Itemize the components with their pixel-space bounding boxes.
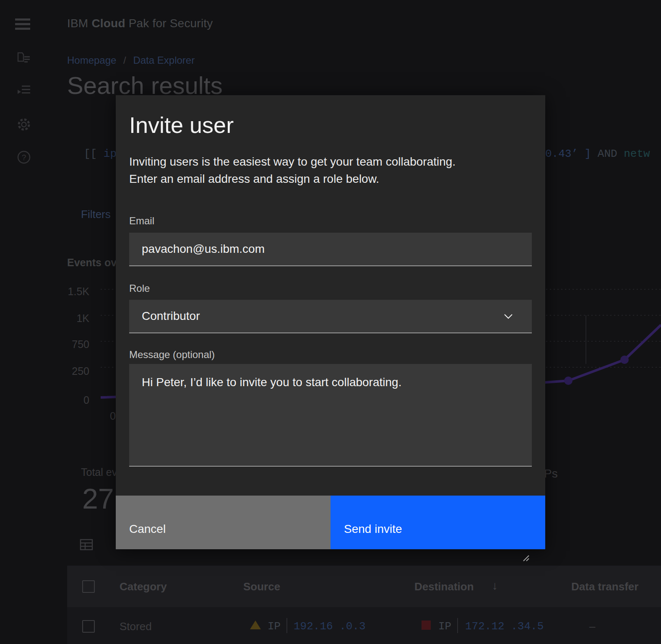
chevron-down-icon bbox=[503, 313, 513, 320]
filters-link[interactable]: Filters bbox=[81, 208, 111, 221]
modal-title: Invite user bbox=[129, 112, 234, 138]
app-window: IBM Cloud Pak for Security ? Homepage bbox=[0, 0, 661, 644]
email-field[interactable] bbox=[129, 233, 532, 266]
description-line-2: Enter an email address and assign a role… bbox=[129, 170, 455, 187]
destination-type: IP bbox=[438, 620, 451, 633]
help-icon[interactable]: ? bbox=[17, 150, 31, 164]
settings-gear-icon[interactable] bbox=[17, 117, 31, 132]
severity-square-icon bbox=[422, 621, 431, 630]
role-label: Role bbox=[129, 283, 150, 294]
table-view-icon[interactable] bbox=[80, 538, 93, 551]
textarea-resize-handle[interactable] bbox=[521, 555, 529, 561]
breadcrumb-separator: / bbox=[123, 55, 126, 66]
destination-ip-link[interactable]: 172.12 .34.5 bbox=[465, 620, 544, 633]
hamburger-menu-icon[interactable] bbox=[15, 18, 32, 31]
email-label: Email bbox=[129, 215, 154, 227]
message-textarea[interactable] bbox=[129, 364, 532, 467]
description-line-1: Inviting users is the easiest way to get… bbox=[129, 153, 455, 170]
y-tick: 750 bbox=[64, 338, 89, 351]
role-select[interactable]: Contributor bbox=[129, 300, 532, 333]
cancel-button[interactable]: Cancel bbox=[116, 496, 330, 549]
query-value: 0.43’ ] bbox=[545, 148, 591, 160]
query-operator: AND bbox=[598, 148, 617, 160]
events-chart-heading: Events ov bbox=[67, 257, 117, 269]
y-tick: 1K bbox=[64, 312, 89, 325]
y-tick: 250 bbox=[64, 365, 89, 377]
col-header-source[interactable]: Source bbox=[243, 580, 280, 593]
col-header-data-transfer[interactable]: Data transfer bbox=[571, 580, 638, 593]
brand-prefix: IBM bbox=[67, 17, 88, 30]
svg-text:?: ? bbox=[22, 153, 26, 162]
breadcrumb-homepage[interactable]: Homepage bbox=[67, 55, 116, 66]
total-events-value: 27 bbox=[82, 482, 114, 515]
search-query-fragment-left[interactable]: [[ ip bbox=[84, 148, 117, 160]
query-field-ip: ip bbox=[104, 148, 117, 160]
severity-triangle-icon bbox=[250, 621, 261, 629]
app-title: IBM Cloud Pak for Security bbox=[67, 17, 213, 30]
data-sources-icon[interactable] bbox=[17, 50, 31, 65]
source-type: IP bbox=[268, 620, 281, 633]
chart-point bbox=[620, 356, 629, 364]
message-label: Message (optional) bbox=[129, 349, 215, 361]
invite-user-modal: Invite user Inviting users is the easies… bbox=[116, 95, 545, 549]
row-checkbox[interactable] bbox=[82, 620, 95, 633]
right-card-heading-fragment: Ps bbox=[544, 467, 558, 480]
queue-list-icon[interactable] bbox=[17, 83, 31, 97]
y-tick: 0 bbox=[64, 394, 89, 406]
chart-point bbox=[564, 377, 573, 385]
modal-footer: Cancel Send invite bbox=[116, 496, 545, 549]
sort-descending-icon[interactable]: ↓ bbox=[492, 579, 498, 592]
y-tick: 1.5K bbox=[64, 286, 89, 298]
col-header-category[interactable]: Category bbox=[120, 580, 167, 593]
cell-data-transfer: – bbox=[589, 620, 595, 633]
send-invite-button[interactable]: Send invite bbox=[330, 496, 545, 549]
total-events-label: Total ev bbox=[81, 466, 117, 478]
breadcrumb-data-explorer[interactable]: Data Explorer bbox=[133, 55, 195, 66]
cell-divider bbox=[286, 618, 287, 633]
brand-suffix: Pak for Security bbox=[125, 17, 213, 30]
breadcrumb: Homepage / Data Explorer bbox=[67, 55, 195, 66]
query-field-netw: netw bbox=[624, 148, 650, 160]
col-header-destination[interactable]: Destination bbox=[414, 580, 474, 593]
source-ip-link[interactable]: 192.16 .0.3 bbox=[294, 620, 366, 633]
brand-bold: Cloud bbox=[91, 17, 125, 30]
select-all-checkbox[interactable] bbox=[82, 580, 95, 593]
query-bracket: [[ bbox=[84, 148, 97, 160]
role-selected-value: Contributor bbox=[142, 309, 200, 322]
search-query-fragment-right[interactable]: 0.43’ ] AND netw bbox=[545, 148, 650, 160]
modal-description: Inviting users is the easiest way to get… bbox=[129, 153, 455, 187]
cell-divider bbox=[457, 618, 458, 633]
cell-category: Stored bbox=[120, 620, 152, 633]
